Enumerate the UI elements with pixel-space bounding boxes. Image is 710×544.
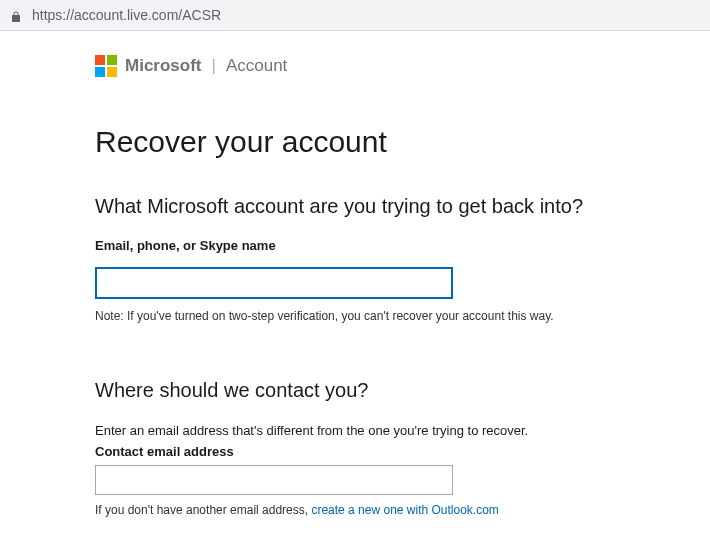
contact-email-input[interactable]: [95, 465, 453, 495]
brand-separator: |: [212, 56, 216, 76]
contact-description: Enter an email address that's different …: [95, 422, 620, 440]
account-identifier-input[interactable]: [95, 267, 453, 299]
contact-helper: If you don't have another email address,…: [95, 503, 620, 517]
contact-field-label: Contact email address: [95, 444, 620, 459]
page-content: Microsoft | Account Recover your account…: [0, 31, 620, 517]
section2-heading: Where should we contact you?: [95, 379, 620, 402]
two-step-note: Note: If you've turned on two-step verif…: [95, 309, 620, 323]
section1-heading: What Microsoft account are you trying to…: [95, 195, 620, 218]
section-which-account: What Microsoft account are you trying to…: [95, 195, 620, 323]
lock-icon: [10, 9, 22, 21]
section-contact: Where should we contact you? Enter an em…: [95, 379, 620, 517]
brand-name: Microsoft: [125, 56, 202, 76]
contact-helper-prefix: If you don't have another email address,: [95, 503, 311, 517]
browser-url[interactable]: https://account.live.com/ACSR: [32, 7, 221, 23]
microsoft-logo-icon: [95, 55, 117, 77]
page-title: Recover your account: [95, 125, 620, 159]
brand-header: Microsoft | Account: [95, 55, 620, 77]
account-field-label: Email, phone, or Skype name: [95, 238, 620, 253]
brand-product: Account: [226, 56, 287, 76]
create-outlook-link[interactable]: create a new one with Outlook.com: [311, 503, 498, 517]
browser-address-bar: https://account.live.com/ACSR: [0, 0, 710, 31]
